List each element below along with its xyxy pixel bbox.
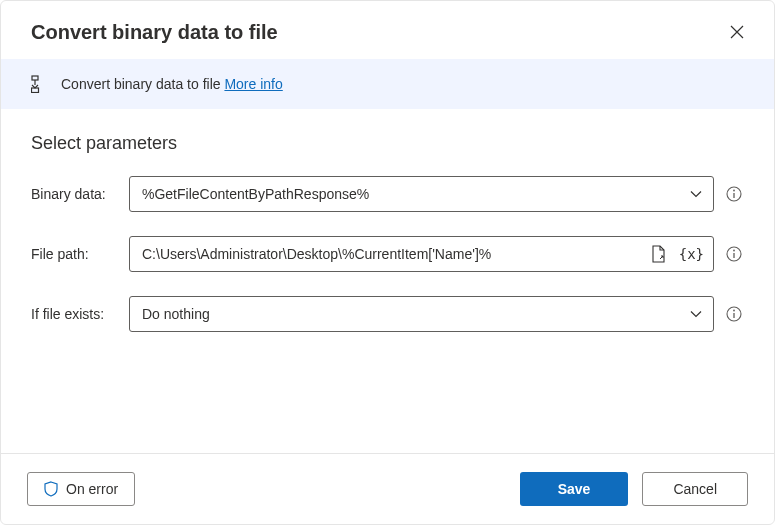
binary-data-select-wrap: %GetFileContentByPathResponse% — [129, 176, 714, 212]
label-file-path: File path: — [31, 246, 119, 262]
footer-right: Save Cancel — [520, 472, 748, 506]
more-info-link[interactable]: More info — [224, 76, 282, 92]
convert-file-icon — [31, 75, 47, 93]
dialog-title: Convert binary data to file — [31, 21, 278, 44]
svg-point-5 — [733, 250, 735, 252]
label-binary-data: Binary data: — [31, 186, 119, 202]
content-area: Select parameters Binary data: %GetFileC… — [1, 109, 774, 453]
variable-picker-button[interactable]: {x} — [677, 244, 706, 264]
if-file-exists-select[interactable]: Do nothing — [129, 296, 714, 332]
row-file-path: File path: {x} — [31, 236, 744, 272]
svg-point-7 — [733, 310, 735, 312]
if-file-exists-select-wrap: Do nothing — [129, 296, 714, 332]
row-binary-data: Binary data: %GetFileContentByPathRespon… — [31, 176, 744, 212]
variable-icon: {x} — [679, 246, 704, 262]
svg-rect-0 — [32, 76, 38, 80]
file-path-input-wrap: {x} — [129, 236, 714, 272]
close-icon — [730, 25, 744, 39]
label-if-file-exists: If file exists: — [31, 306, 119, 322]
shield-icon — [44, 481, 58, 497]
row-if-file-exists: If file exists: Do nothing — [31, 296, 744, 332]
svg-point-3 — [733, 190, 735, 192]
on-error-button[interactable]: On error — [27, 472, 135, 506]
file-picker-button[interactable] — [649, 243, 669, 265]
binary-data-select[interactable]: %GetFileContentByPathResponse% — [129, 176, 714, 212]
dialog-footer: On error Save Cancel — [1, 453, 774, 524]
dialog-header: Convert binary data to file — [1, 1, 774, 59]
banner-text-container: Convert binary data to file More info — [61, 76, 283, 92]
banner-text: Convert binary data to file — [61, 76, 221, 92]
file-icon — [651, 245, 667, 263]
file-path-input[interactable] — [129, 236, 714, 272]
section-title: Select parameters — [31, 133, 744, 154]
close-button[interactable] — [724, 19, 750, 45]
dialog: Convert binary data to file Convert bina… — [0, 0, 775, 525]
save-button[interactable]: Save — [520, 472, 629, 506]
cancel-button[interactable]: Cancel — [642, 472, 748, 506]
info-banner: Convert binary data to file More info — [1, 59, 774, 109]
on-error-label: On error — [66, 481, 118, 497]
info-icon-file-path[interactable] — [724, 244, 744, 264]
info-icon-if-file-exists[interactable] — [724, 304, 744, 324]
info-icon-binary-data[interactable] — [724, 184, 744, 204]
